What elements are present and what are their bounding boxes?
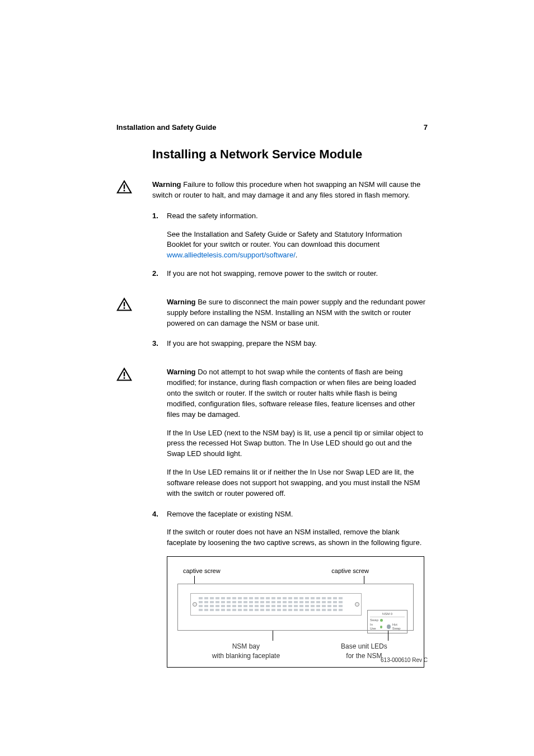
warning-triangle-icon	[116, 180, 132, 194]
warning-label: Warning	[152, 180, 181, 189]
figure-nsm-bay: captive screw captive screw	[167, 556, 424, 668]
step-1-title: Read the safety information.	[167, 211, 428, 222]
step-3-title: If you are hot swapping, prepare the NSM…	[167, 339, 428, 349]
led-panel-title: NSM 0	[370, 612, 405, 617]
step-3: 3. If you are hot swapping, prepare the …	[152, 339, 428, 349]
callout-nsm-bay-line2: with blanking faceplate	[177, 651, 315, 661]
step-1-number: 1.	[152, 211, 167, 261]
callout-captive-screw-right: captive screw	[331, 567, 369, 576]
svg-rect-2	[124, 190, 125, 191]
warning-label: Warning	[167, 298, 196, 306]
steps-body-3: 3. If you are hot swapping, prepare the …	[152, 339, 428, 357]
device-drawing: NSM 0 Swap In Use Hot Swap	[177, 584, 414, 631]
figure-leader-bottom	[177, 631, 414, 641]
doc-title: Installation and Safety Guide	[116, 123, 216, 132]
step-2: 2. If you are not hot swapping, remove p…	[152, 269, 428, 279]
step-3-para-b: If the In Use LED remains lit or if neit…	[167, 467, 428, 499]
procedure-list-cont2: 4. Remove the faceplate or existing NSM.…	[152, 509, 428, 549]
page-content: Installation and Safety Guide 7 Installi…	[116, 123, 428, 678]
warning-intro-body: Failure to follow this procedure when ho…	[152, 180, 420, 199]
led-inuse-label: In Use	[370, 623, 378, 632]
step-1-para: See the Installation and Safety Guide or…	[167, 229, 428, 261]
steps-body-4: 4. Remove the faceplate or existing NSM.…	[152, 509, 428, 668]
steps-block-1: 1. Read the safety information. See the …	[116, 211, 428, 287]
running-header: Installation and Safety Guide 7	[116, 123, 428, 132]
warning-power-body: Be sure to disconnect the main power sup…	[167, 298, 425, 327]
svg-rect-1	[124, 185, 125, 189]
steps-body-1: 1. Read the safety information. See the …	[152, 211, 428, 287]
step-2-number: 2.	[152, 269, 167, 279]
callout-nsm-bay-line1: NSM bay	[177, 642, 315, 651]
warning-flash-text: Warning Do not attempt to hot swap while…	[152, 367, 428, 499]
hot-swap-button-icon	[387, 624, 391, 629]
warning-power: Warning Be sure to disconnect the main p…	[116, 297, 428, 329]
step-3-number: 3.	[152, 339, 167, 349]
step-4-number: 4.	[152, 509, 167, 549]
led-dot-icon	[380, 626, 382, 628]
figure-leader-top	[177, 576, 414, 584]
step-1-tail: .	[296, 251, 298, 259]
figure-top-callouts: captive screw captive screw	[177, 567, 414, 576]
page-number: 7	[424, 123, 428, 132]
warning-icon-col	[116, 297, 152, 312]
procedure-list: 1. Read the safety information. See the …	[152, 211, 428, 279]
step-4-para: If the switch or router does not have an…	[167, 527, 428, 548]
step-4: 4. Remove the faceplate or existing NSM.…	[152, 509, 428, 549]
steps-block-3: 3. If you are hot swapping, prepare the …	[116, 339, 428, 357]
leader-line	[364, 576, 364, 584]
warning-label: Warning	[167, 368, 196, 376]
callout-captive-screw-left: captive screw	[183, 567, 221, 576]
svg-rect-4	[124, 302, 125, 307]
captive-screw-right	[355, 602, 359, 607]
warning-icon-col	[116, 367, 152, 382]
step-4-title: Remove the faceplate or existing NSM.	[167, 509, 428, 520]
led-inuse: In Use Hot Swap	[370, 623, 405, 632]
svg-rect-5	[124, 307, 125, 309]
led-swap-label: Swap	[370, 618, 378, 623]
step-1-text: See the Installation and Safety Guide or…	[167, 230, 402, 249]
warning-flash: Warning Do not attempt to hot swap while…	[116, 367, 428, 499]
led-hotswap-label: Hot Swap	[392, 623, 405, 632]
svg-rect-8	[124, 378, 125, 379]
step-2-title: If you are not hot swapping, remove powe…	[167, 269, 428, 279]
vent-pattern	[199, 597, 353, 611]
footer-docid: 613-000610 Rev C	[381, 657, 428, 663]
svg-rect-7	[124, 372, 125, 377]
led-panel: NSM 0 Swap In Use Hot Swap	[367, 610, 407, 633]
procedure-list-cont: 3. If you are hot swapping, prepare the …	[152, 339, 428, 349]
download-link[interactable]: www.alliedtelesis.com/support/software/	[167, 251, 296, 259]
captive-screw-left	[193, 602, 197, 607]
warning-flash-body: Do not attempt to hot swap while the con…	[167, 368, 416, 418]
led-swap: Swap	[370, 618, 405, 623]
warning-intro: Warning Failure to follow this procedure…	[116, 180, 428, 201]
warning-icon-col	[116, 180, 152, 194]
steps-block-4: 4. Remove the faceplate or existing NSM.…	[116, 509, 428, 668]
warning-intro-text: Warning Failure to follow this procedure…	[152, 180, 428, 201]
section-title: Installing a Network Service Module	[152, 147, 428, 162]
callout-nsm-bay: NSM bay with blanking faceplate	[177, 642, 315, 661]
warning-triangle-icon	[116, 367, 132, 382]
blank-faceplate	[190, 593, 362, 616]
leader-line	[194, 576, 195, 584]
step-1: 1. Read the safety information. See the …	[152, 211, 428, 261]
step-3-para-a: If the In Use LED (next to the NSM bay) …	[167, 428, 428, 460]
warning-triangle-icon	[116, 297, 132, 312]
led-dot-icon	[380, 619, 383, 622]
leader-line	[388, 631, 388, 641]
leader-line	[273, 631, 273, 641]
warning-power-text: Warning Be sure to disconnect the main p…	[152, 297, 428, 329]
callout-base-leds-line1: Base unit LEDs	[315, 642, 414, 651]
figure-bottom-callouts: NSM bay with blanking faceplate Base uni…	[177, 642, 414, 661]
